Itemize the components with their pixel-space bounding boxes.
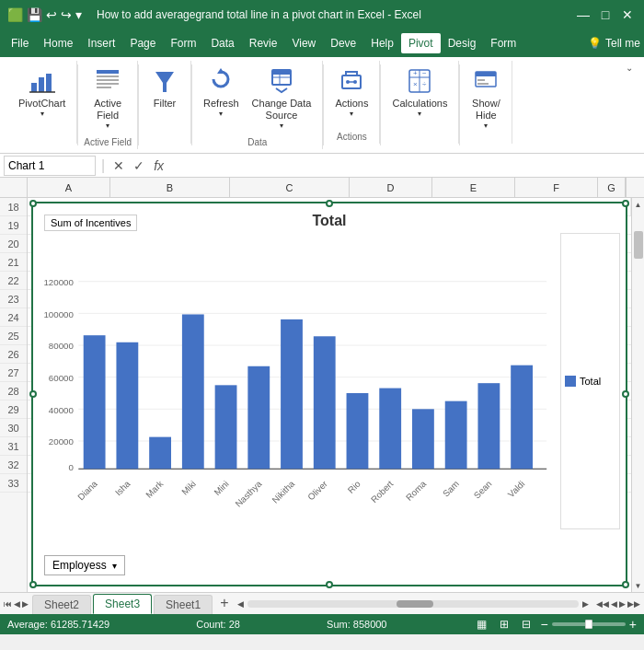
h-scroll-thumb[interactable] — [397, 600, 433, 608]
handle-top-left[interactable] — [29, 200, 37, 207]
h-scroll-track[interactable] — [247, 600, 579, 608]
refresh-button[interactable]: Refresh ▾ — [198, 63, 245, 122]
handle-bottom[interactable] — [326, 581, 333, 588]
add-sheet-button[interactable]: + — [214, 592, 234, 614]
minimize-button[interactable]: — — [574, 6, 592, 24]
row-31[interactable]: 31 — [0, 437, 27, 456]
row-21[interactable]: 21 — [0, 253, 27, 272]
change-data-source-button[interactable]: Change DataSource ▾ — [247, 63, 317, 133]
zoom-in-button[interactable]: + — [629, 617, 637, 632]
row-18[interactable]: 18 — [0, 198, 27, 216]
zoom-slider-thumb[interactable] — [585, 620, 592, 629]
pivot-chart[interactable]: Sum of Incentives Total 120000 100000 80… — [31, 202, 627, 586]
page-last-button[interactable]: ▶▶ — [627, 599, 640, 609]
menu-format[interactable]: Form — [483, 33, 523, 53]
row-29[interactable]: 29 — [0, 400, 27, 419]
handle-right[interactable] — [622, 390, 629, 398]
name-box[interactable] — [4, 156, 96, 176]
page-next-button[interactable]: ▶ — [619, 599, 626, 609]
formula-cancel-button[interactable]: ✕ — [110, 158, 127, 173]
maximize-button[interactable]: □ — [596, 6, 615, 24]
data-buttons: Refresh ▾ Change DataSource ▾ — [198, 63, 316, 133]
scroll-up-button[interactable]: ▲ — [632, 198, 645, 211]
menu-home[interactable]: Home — [36, 33, 80, 53]
row-32[interactable]: 32 — [0, 456, 27, 474]
vertical-scrollbar[interactable]: ▲ ▼ — [631, 198, 644, 592]
sheet-tab-sheet3[interactable]: Sheet3 — [93, 594, 152, 614]
sheet-tab-sheet2[interactable]: Sheet2 — [32, 595, 91, 614]
close-button[interactable]: ✕ — [618, 6, 637, 24]
scroll-thumb[interactable] — [634, 231, 643, 259]
h-scroll-left-button[interactable]: ◀ — [237, 599, 244, 609]
row-33[interactable]: 33 — [0, 474, 27, 493]
row-22[interactable]: 22 — [0, 272, 27, 290]
scroll-down-button[interactable]: ▼ — [632, 579, 645, 592]
page-layout-button[interactable]: ⊞ — [497, 617, 512, 632]
pivotchart-button[interactable]: PivotChart ▾ — [13, 63, 71, 122]
qat-customize-button[interactable]: ▾ — [75, 7, 82, 22]
menu-developer[interactable]: Deve — [323, 33, 363, 53]
row-19[interactable]: 19 — [0, 216, 27, 235]
tell-me[interactable]: 💡 Tell me — [588, 37, 640, 50]
filter-button[interactable]: Filter — [144, 63, 185, 113]
zoom-slider[interactable] — [552, 622, 626, 626]
row-23[interactable]: 23 — [0, 290, 27, 308]
sheet-first-button[interactable]: ⏮ — [4, 599, 12, 609]
h-scroll-right-button[interactable]: ▶ — [582, 599, 589, 609]
legend-item-total: Total — [565, 376, 615, 387]
row-24[interactable]: 24 — [0, 308, 27, 327]
col-header-f[interactable]: F — [515, 178, 598, 197]
col-header-d[interactable]: D — [350, 178, 432, 197]
menu-view[interactable]: View — [284, 33, 323, 53]
employess-slicer[interactable]: Employess ▾ — [44, 555, 125, 575]
col-header-b[interactable]: B — [110, 178, 230, 197]
row-28[interactable]: 28 — [0, 382, 27, 400]
page-first-button[interactable]: ◀◀ — [596, 599, 609, 609]
row-20[interactable]: 20 — [0, 235, 27, 253]
menu-form[interactable]: Form — [163, 33, 203, 53]
formula-confirm-button[interactable]: ✓ — [131, 158, 147, 173]
menu-pivot[interactable]: Pivot — [401, 33, 441, 53]
col-header-a[interactable]: A — [28, 178, 110, 197]
sheet-next-button[interactable]: ▶ — [22, 599, 29, 609]
excel-icon: 🟩 — [7, 7, 23, 22]
sheet-tab-sheet1[interactable]: Sheet1 — [154, 595, 213, 614]
col-header-e[interactable]: E — [432, 178, 515, 197]
show-hide-button[interactable]: Show/Hide ▾ — [466, 63, 506, 133]
zoom-out-button[interactable]: − — [541, 617, 548, 632]
formula-input[interactable] — [170, 157, 640, 174]
function-button[interactable]: fx — [151, 158, 167, 173]
page-break-button[interactable]: ⊟ — [519, 617, 534, 632]
active-field-button[interactable]: ActiveField ▾ — [87, 63, 128, 133]
active-field-icon — [93, 66, 122, 96]
col-header-g[interactable]: G — [598, 178, 626, 197]
menu-page[interactable]: Page — [122, 33, 163, 53]
handle-top[interactable] — [326, 200, 333, 207]
col-header-c[interactable]: C — [230, 178, 350, 197]
ribbon-collapse-button[interactable]: ⌄ — [622, 61, 637, 75]
row-30[interactable]: 30 — [0, 419, 27, 437]
menu-help[interactable]: Help — [363, 33, 401, 53]
svg-text:Sean: Sean — [472, 479, 494, 501]
scroll-track[interactable] — [632, 211, 644, 579]
menu-file[interactable]: File — [4, 33, 36, 53]
menu-review[interactable]: Revie — [242, 33, 285, 53]
row-25[interactable]: 25 — [0, 327, 27, 345]
row-26[interactable]: 26 — [0, 345, 27, 364]
page-prev-button[interactable]: ◀ — [611, 599, 617, 609]
undo-qat-button[interactable]: ↩ — [46, 7, 57, 22]
menu-insert[interactable]: Insert — [80, 33, 122, 53]
menu-data[interactable]: Data — [203, 33, 241, 53]
handle-left[interactable] — [29, 390, 37, 398]
row-27[interactable]: 27 — [0, 364, 27, 382]
normal-view-button[interactable]: ▦ — [474, 617, 489, 632]
horizontal-scrollbar[interactable]: ◀ ▶ — [234, 593, 592, 614]
redo-qat-button[interactable]: ↪ — [61, 7, 72, 22]
calculations-button[interactable]: + − × ÷ Calculations ▾ — [386, 63, 453, 122]
actions-button[interactable]: Actions ▾ — [329, 63, 374, 122]
svg-rect-5 — [97, 75, 119, 77]
save-qat-button[interactable]: 💾 — [27, 7, 42, 22]
svg-rect-27 — [476, 72, 496, 76]
sheet-prev-button[interactable]: ◀ — [14, 599, 20, 609]
menu-design[interactable]: Desig — [441, 33, 484, 53]
